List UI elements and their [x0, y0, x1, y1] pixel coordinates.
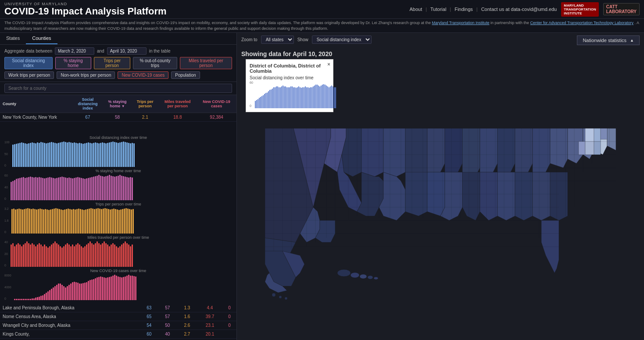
date-range-row: Aggregate data between and in the table — [4, 47, 232, 55]
nationwide-stats-label: Nationwide statistics — [583, 38, 626, 43]
svg-point-52 — [272, 293, 275, 297]
filter-trips[interactable]: Trips per person — [94, 57, 130, 69]
map-tooltip: × District of Columbia, District of Colu… — [246, 59, 333, 112]
nav-contact[interactable]: Contact us at data-covid@umd.edu — [481, 7, 557, 12]
chart-axis-3: 40200 — [4, 241, 8, 267]
table-row[interactable]: Nome Census Area, Alaska 65 57 1.6 39.7 … — [0, 312, 236, 321]
chart-title-3: Miles traveled per person over time — [4, 235, 232, 240]
filter-out-county[interactable]: % out-of-county trips — [133, 57, 177, 69]
header-left: UNIVERSITY OF MARYLAND COVID-19 Impact A… — [4, 2, 167, 17]
chart-bars-4 — [14, 274, 136, 300]
svg-point-56 — [351, 273, 359, 278]
table-row[interactable]: Wrangell City and Borough, Alaska 54 50 … — [0, 321, 236, 330]
filter-nonwork-trips[interactable]: Non-work trips per person — [57, 71, 115, 79]
chart-axis-2: 3.21.60 — [4, 207, 9, 234]
mti-link[interactable]: Maryland Transportation Institute — [432, 21, 489, 25]
svg-point-57 — [360, 274, 367, 279]
catt-link[interactable]: Center for Advanced Transportation Techn… — [530, 21, 633, 25]
col-header-covid[interactable]: New COVID-19cases — [197, 95, 236, 113]
table-row[interactable]: New York County, New York 67 58 2.1 18.8… — [0, 113, 236, 122]
data-table-bottom: Lake and Peninsula Borough, Alaska 63 57… — [0, 304, 236, 339]
mti-logo: MARYLANDTRANSPORTATIONINSTITUTE — [561, 2, 598, 17]
svg-rect-49 — [579, 142, 585, 155]
show-label: Show — [297, 37, 308, 42]
show-select[interactable]: Social distancing index — [312, 35, 372, 44]
header-right: About | Tutorial | Findings | Contact us… — [409, 2, 640, 17]
tab-counties[interactable]: Counties — [26, 33, 57, 44]
tab-states[interactable]: States — [0, 33, 26, 44]
zoom-label: Zoom to — [241, 37, 258, 42]
col-header-staying[interactable]: % stayinghome ▼ — [103, 95, 132, 113]
filter-work-trips[interactable]: Work trips per person — [4, 71, 54, 79]
col-header-miles[interactable]: Miles traveledper person — [158, 95, 197, 113]
svg-rect-48 — [601, 128, 607, 139]
catt-logo: CATTLABORATORY — [603, 3, 640, 15]
nav-links: About | Tutorial | Findings | Contact us… — [409, 7, 557, 12]
chart-1: % staying home over time60400 — [4, 169, 232, 200]
date-start-input[interactable] — [55, 47, 94, 55]
tooltip-chart — [255, 82, 336, 108]
chart-title-0: Social distancing index over time — [4, 135, 232, 140]
svg-rect-51 — [594, 142, 601, 155]
nav-tutorial[interactable]: Tutorial — [430, 7, 446, 12]
chart-bars-3 — [11, 241, 133, 267]
search-row — [0, 82, 236, 95]
table-container-bottom[interactable]: Lake and Peninsula Borough, Alaska 63 57… — [0, 304, 236, 340]
map-date-label: Showing data for April 10, 2020 — [241, 50, 332, 57]
controls: Aggregate data between and in the table … — [0, 45, 236, 82]
chart-axis-1: 60400 — [4, 174, 8, 200]
chart-bars-1 — [11, 174, 133, 200]
svg-rect-47 — [594, 128, 601, 142]
chart-title-2: Trips per person over time — [4, 202, 232, 206]
charts-area: Social distancing index over time100500%… — [0, 134, 236, 304]
svg-point-54 — [285, 297, 287, 300]
chart-title-1: % staying home over time — [4, 169, 232, 173]
nav-findings[interactable]: Findings — [454, 7, 473, 12]
svg-rect-46 — [585, 128, 594, 142]
and-label: and — [97, 49, 104, 53]
tooltip-subtitle: Social distancing index over time — [250, 75, 329, 80]
tabs-row: States Counties — [0, 33, 236, 45]
chart-2: Trips per person over time3.21.60 — [4, 202, 232, 234]
svg-point-59 — [374, 277, 378, 280]
chart-bars-2 — [11, 207, 134, 234]
chart-bars-0 — [12, 141, 135, 167]
col-header-county: County — [0, 95, 72, 113]
col-header-trips[interactable]: Trips perperson — [132, 95, 158, 113]
chart-4: New COVID-19 cases over time800040000 — [4, 269, 232, 300]
filter-population[interactable]: Population — [171, 71, 200, 79]
date-end-input[interactable] — [107, 47, 147, 55]
nav-about[interactable]: About — [409, 7, 422, 12]
filters-row2: Work trips per person Non-work trips per… — [4, 71, 232, 79]
nationwide-stats-button[interactable]: Nationwide statistics — [577, 35, 640, 45]
in-table-label: in the table — [149, 49, 171, 53]
tooltip-title: District of Columbia, District of Columb… — [250, 63, 329, 74]
svg-rect-50 — [585, 142, 594, 155]
col-header-social[interactable]: Socialdistancingindex — [72, 95, 103, 113]
filters-row1: Social distancing index % staying home T… — [4, 57, 232, 69]
table-row[interactable]: Kings County, 60 40 2.7 20.1 — [0, 330, 236, 339]
svg-point-53 — [279, 296, 282, 298]
description: The COVID-19 Impact Analysis Platform pr… — [0, 19, 644, 33]
tooltip-close-button[interactable]: × — [327, 61, 330, 67]
zoom-select[interactable]: All states — [261, 35, 294, 44]
filter-covid-cases[interactable]: New COVID-19 cases — [118, 71, 168, 79]
chart-3: Miles traveled per person over time40200 — [4, 235, 232, 267]
header: UNIVERSITY OF MARYLAND COVID-19 Impact A… — [0, 0, 644, 19]
chart-0: Social distancing index over time100500 — [4, 135, 232, 167]
chart-title-4: New COVID-19 cases over time — [4, 269, 232, 273]
filter-staying[interactable]: % staying home — [55, 57, 91, 69]
search-input[interactable] — [4, 84, 232, 93]
app-title: COVID-19 Impact Analysis Platform — [4, 6, 167, 17]
aggregate-label: Aggregate data between — [4, 49, 52, 53]
svg-point-55 — [337, 269, 351, 276]
map-controls: Zoom to All states Show Social distancin… — [241, 35, 372, 44]
table-container[interactable]: County Socialdistancingindex % stayingho… — [0, 95, 236, 134]
data-table: County Socialdistancingindex % stayingho… — [0, 95, 236, 122]
filter-miles[interactable]: Miles traveled per person — [180, 57, 232, 69]
table-row[interactable]: Lake and Peninsula Borough, Alaska 63 57… — [0, 304, 236, 312]
main-content: States Counties Aggregate data between a… — [0, 33, 644, 340]
chart-axis-0: 100500 — [4, 141, 10, 167]
filter-social[interactable]: Social distancing index — [4, 57, 53, 69]
right-panel: Zoom to All states Show Social distancin… — [237, 33, 644, 340]
